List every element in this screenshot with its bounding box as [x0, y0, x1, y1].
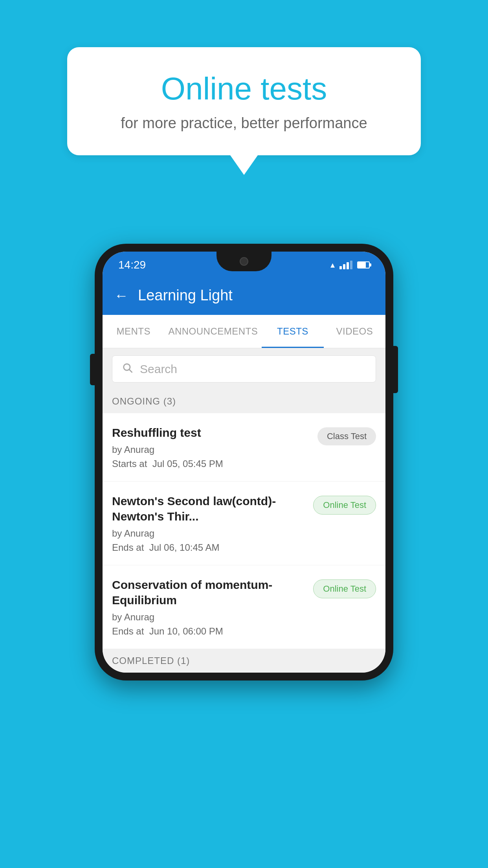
- test-list: Reshuffling test by Anurag Starts at Jul…: [103, 413, 385, 649]
- tabs-bar: MENTS ANNOUNCEMENTS TESTS VIDEOS: [103, 315, 385, 348]
- test-info: Newton's Second law(contd)-Newton's Thir…: [112, 493, 313, 553]
- phone-screen: 14:29 ▴: [103, 252, 385, 673]
- battery-icon: [357, 261, 370, 268]
- search-icon: [122, 362, 133, 376]
- test-item[interactable]: Conservation of momentum-Equilibrium by …: [103, 565, 385, 649]
- test-author: by Anurag: [112, 612, 305, 623]
- search-placeholder-text: Search: [140, 362, 177, 376]
- app-title: Learning Light: [138, 287, 233, 304]
- notch: [216, 252, 272, 271]
- svg-line-1: [129, 370, 132, 372]
- status-icons: ▴: [330, 260, 370, 270]
- search-container: Search: [103, 348, 385, 390]
- test-time: Ends at Jun 10, 06:00 PM: [112, 626, 305, 637]
- phone-wrapper: 14:29 ▴: [95, 244, 393, 680]
- test-name: Conservation of momentum-Equilibrium: [112, 577, 305, 608]
- test-badge: Online Test: [313, 496, 376, 515]
- test-badge: Online Test: [313, 579, 376, 598]
- completed-section-header: COMPLETED (1): [103, 649, 385, 673]
- camera: [240, 257, 248, 266]
- test-info: Reshuffling test by Anurag Starts at Jul…: [112, 425, 317, 469]
- back-button[interactable]: ←: [114, 287, 128, 304]
- tab-announcements[interactable]: ANNOUNCEMENTS: [164, 315, 262, 348]
- test-name: Reshuffling test: [112, 425, 310, 440]
- test-time: Ends at Jul 06, 10:45 AM: [112, 542, 305, 553]
- tab-ments[interactable]: MENTS: [103, 315, 164, 348]
- search-bar[interactable]: Search: [112, 355, 376, 383]
- test-author: by Anurag: [112, 528, 305, 539]
- phone-frame: 14:29 ▴: [95, 244, 393, 680]
- test-item[interactable]: Reshuffling test by Anurag Starts at Jul…: [103, 413, 385, 482]
- speech-bubble-container: Online tests for more practice, better p…: [67, 47, 421, 155]
- status-time: 14:29: [118, 259, 146, 271]
- test-author: by Anurag: [112, 444, 310, 455]
- test-item[interactable]: Newton's Second law(contd)-Newton's Thir…: [103, 482, 385, 565]
- bubble-subtitle: for more practice, better performance: [99, 115, 389, 132]
- test-time: Starts at Jul 05, 05:45 PM: [112, 458, 310, 469]
- app-header: ← Learning Light: [103, 276, 385, 315]
- wifi-icon: ▴: [330, 260, 335, 270]
- status-bar: 14:29 ▴: [103, 252, 385, 276]
- speech-bubble: Online tests for more practice, better p…: [67, 47, 421, 155]
- test-badge: Class Test: [317, 427, 376, 445]
- bubble-title: Online tests: [99, 71, 389, 107]
- test-info: Conservation of momentum-Equilibrium by …: [112, 577, 313, 637]
- tab-tests[interactable]: TESTS: [262, 315, 323, 348]
- ongoing-section-header: ONGOING (3): [103, 390, 385, 413]
- test-name: Newton's Second law(contd)-Newton's Thir…: [112, 493, 305, 524]
- tab-videos[interactable]: VIDEOS: [324, 315, 385, 348]
- signal-icon: [339, 261, 352, 269]
